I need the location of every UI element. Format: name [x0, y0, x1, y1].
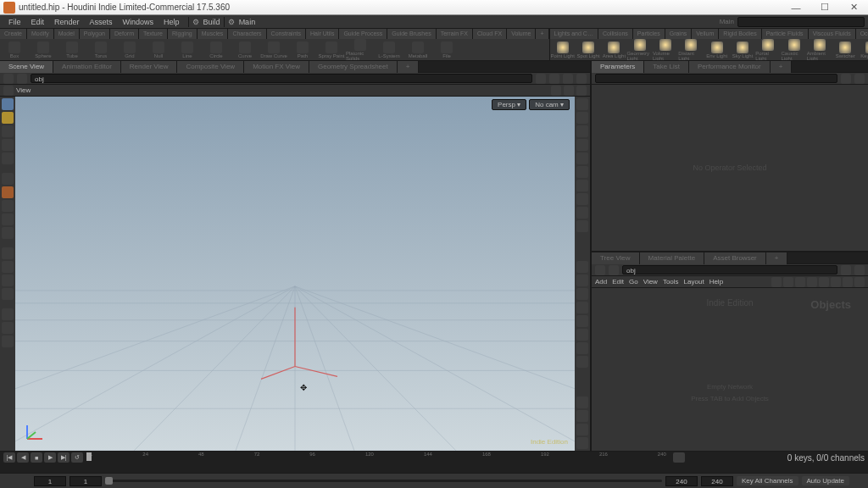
play-stop-button[interactable]: ■ — [31, 452, 42, 463]
play-first-button[interactable]: |◀ — [3, 452, 15, 463]
orient-tool-button[interactable] — [2, 308, 14, 320]
scale-tool-button[interactable] — [2, 152, 14, 164]
cplane-tool-button[interactable] — [2, 336, 14, 347]
auto-update-button[interactable]: Auto Update — [802, 476, 849, 485]
shelf-right-tab-8[interactable]: Oceans — [856, 29, 868, 39]
network-home-icon[interactable] — [609, 265, 619, 275]
hq-lighting-button[interactable] — [576, 302, 588, 313]
param-tab-3[interactable]: + — [771, 61, 793, 73]
display-menu-button[interactable] — [576, 437, 588, 449]
add-pane-icon[interactable] — [563, 74, 573, 84]
menu-help[interactable]: Help — [159, 15, 185, 29]
pointer-tool-button[interactable] — [2, 173, 14, 185]
net-menu-layout[interactable]: Layout — [684, 278, 704, 286]
shelf-right-tab-3[interactable]: Grains — [665, 29, 693, 39]
materials-button[interactable] — [576, 180, 588, 191]
shelf-tool-null[interactable]: Null — [144, 39, 173, 60]
shelf-tool-volume-light[interactable]: Volume Light — [653, 39, 678, 60]
xray-button[interactable] — [576, 166, 588, 178]
shelf-left-tab-15[interactable]: Volume — [507, 29, 536, 39]
shelf-tool-spot-light[interactable]: Spot Light — [576, 39, 601, 60]
camera-menu-button[interactable]: Persp ▾ — [492, 99, 526, 110]
play-loop-button[interactable]: ↺ — [71, 452, 83, 463]
shelf-left-tab-14[interactable]: Cloud FX — [473, 29, 507, 39]
brush-tool-button[interactable] — [2, 200, 14, 212]
show-normals-button[interactable] — [576, 207, 588, 219]
shelf-right-tab-1[interactable]: Collisions — [598, 29, 633, 39]
param-tab-2[interactable]: Performance Monitor — [689, 61, 771, 73]
transparency-button[interactable] — [576, 288, 588, 300]
shelf-left-tab-0[interactable]: Create — [0, 29, 27, 39]
net-menu-add[interactable]: Add — [595, 278, 607, 286]
shelf-tool-distant-light[interactable]: Distant Light — [678, 39, 704, 60]
snap-multi-icon[interactable] — [576, 86, 587, 96]
show-handles-button[interactable] — [576, 356, 588, 368]
net-menu-go[interactable]: Go — [629, 278, 638, 286]
menu-edit[interactable]: Edit — [26, 15, 50, 29]
ao-button[interactable] — [576, 315, 588, 327]
shelf-left-tab-7[interactable]: Muscles — [198, 29, 229, 39]
shelf-right-tab-0[interactable]: Lights and C… — [550, 29, 598, 39]
update-mode-icon[interactable] — [853, 476, 865, 486]
shelf-tool-draw-curve[interactable]: Draw Curve — [259, 39, 288, 60]
param-tab-1[interactable]: Take List — [644, 61, 689, 73]
net-tool-snapshot-icon[interactable] — [843, 277, 853, 287]
shelf-tool-env-light[interactable]: Env Light — [704, 39, 730, 60]
link-tool-button[interactable] — [2, 322, 14, 334]
scene-tab-6[interactable]: + — [398, 61, 420, 73]
play-prev-button[interactable]: ◀ — [17, 452, 29, 463]
shelf-tool-platonic-solids[interactable]: Platonic Solids — [346, 39, 375, 60]
display-options-button[interactable] — [576, 98, 588, 110]
show-points-button[interactable] — [576, 193, 588, 205]
shelf-left-tab-5[interactable]: Texture — [139, 29, 168, 39]
network-tab-3[interactable]: + — [766, 252, 788, 264]
net-menu-edit[interactable]: Edit — [612, 278, 624, 286]
shelf-tool-spray-paint[interactable]: Spray Paint — [317, 39, 346, 60]
key-all-channels-button[interactable]: Key All Channels — [737, 476, 798, 485]
net-tool-shape-icon[interactable] — [807, 277, 817, 287]
scene-tab-5[interactable]: Geometry Spreadsheet — [309, 61, 398, 73]
timeline-playhead[interactable] — [86, 452, 92, 461]
menu-render[interactable]: Render — [49, 15, 85, 29]
shelf-left-tab-9[interactable]: Constraints — [267, 29, 306, 39]
help-search-input[interactable] — [737, 17, 865, 27]
scene-tab-1[interactable]: Animation Editor — [53, 61, 121, 73]
path-home-icon[interactable] — [17, 74, 27, 84]
chop-button[interactable] — [19, 476, 31, 486]
desktop-main-button[interactable]: Main — [228, 18, 256, 26]
background-button[interactable] — [576, 410, 588, 422]
shelf-right-tab-6[interactable]: Particle Fluids — [762, 29, 809, 39]
shelf-left-tab-8[interactable]: Characters — [228, 29, 266, 39]
global-anim-button[interactable] — [3, 476, 15, 486]
lasso-select-button[interactable] — [2, 247, 14, 259]
camera-lock-button[interactable]: No cam ▾ — [529, 99, 570, 110]
net-tool-quickmark-icon[interactable] — [783, 277, 793, 287]
shelf-tool-grid[interactable]: Grid — [115, 39, 144, 60]
shelf-tool-torus[interactable]: Torus — [86, 39, 115, 60]
shelf-right-tab-2[interactable]: Particles — [633, 29, 665, 39]
shelf-tool-caustic-light[interactable]: Caustic Light — [782, 39, 807, 60]
shelf-tool-path[interactable]: Path — [288, 39, 317, 60]
view-back-icon[interactable] — [3, 86, 14, 96]
menu-windows[interactable]: Windows — [118, 15, 159, 29]
shelf-tool-ambient-light[interactable]: Ambient Light — [807, 39, 832, 60]
shelf-tool-area-light[interactable]: Area Light — [601, 39, 626, 60]
snap-grid-icon[interactable] — [564, 86, 574, 96]
network-pin-icon[interactable] — [841, 265, 851, 275]
shelf-left-tab-12[interactable]: Guide Brushes — [387, 29, 436, 39]
shelf-left-tab-4[interactable]: Deform — [110, 29, 139, 39]
shelf-tool-circle[interactable]: Circle — [202, 39, 231, 60]
frame-current-field[interactable]: 1 — [70, 476, 102, 486]
snap-point-icon[interactable] — [551, 86, 561, 96]
ghost-button[interactable] — [576, 152, 588, 164]
desktop-build-button[interactable]: Build — [192, 18, 220, 26]
wireframe-button[interactable] — [576, 139, 588, 151]
param-tab-0[interactable]: Parameters — [592, 61, 644, 73]
shelf-left-tab-11[interactable]: Guide Process — [339, 29, 387, 39]
shelf-right-tab-4[interactable]: Vellum — [692, 29, 719, 39]
gamma-button[interactable] — [576, 424, 588, 435]
shelf-left-tab-3[interactable]: Polygon — [80, 29, 110, 39]
shelf-tool-line[interactable]: Line — [173, 39, 202, 60]
shelf-tool-l-system[interactable]: L-System — [375, 39, 403, 60]
param-pin-icon[interactable] — [841, 74, 851, 84]
